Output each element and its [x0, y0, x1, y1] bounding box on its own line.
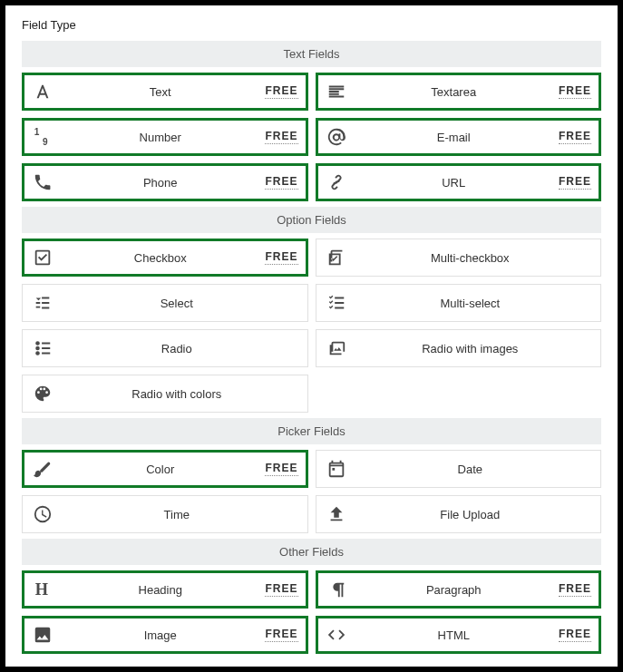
multi-select-icon: [324, 290, 349, 316]
field-option-label: Select: [55, 297, 298, 310]
free-badge: FREE: [265, 130, 297, 144]
section-grid-option-fields: CheckboxFREEMulti-checkboxSelectMulti-se…: [22, 239, 601, 413]
field-option-color[interactable]: ColorFREE: [22, 450, 308, 488]
paragraph-icon: [324, 577, 349, 602]
field-option-label: File Upload: [349, 508, 592, 521]
field-option-label: E-mail: [349, 131, 559, 144]
free-badge: FREE: [265, 250, 297, 265]
upload-icon: [324, 502, 349, 527]
free-badge: FREE: [265, 462, 297, 476]
field-option-label: Phone: [55, 176, 265, 190]
calendar-icon: [324, 456, 349, 482]
field-option-multi-checkbox[interactable]: Multi-checkbox: [316, 239, 602, 277]
field-option-email[interactable]: E-mailFREE: [316, 118, 602, 156]
heading-icon: [30, 577, 55, 602]
free-badge: FREE: [559, 130, 591, 144]
field-option-label: Multi-checkbox: [349, 251, 592, 265]
field-option-radio[interactable]: Radio: [22, 329, 308, 367]
clock-icon: [30, 502, 55, 527]
field-option-label: Color: [55, 463, 265, 476]
free-badge: FREE: [559, 175, 591, 190]
section-grid-picker-fields: ColorFREEDateTimeFile Upload: [22, 450, 601, 533]
field-option-textarea[interactable]: TextareaFREE: [316, 73, 602, 111]
field-option-label: Heading: [55, 583, 265, 597]
field-option-time[interactable]: Time: [22, 495, 308, 533]
radio-icon: [30, 336, 55, 361]
field-option-label: Time: [55, 508, 298, 521]
field-option-select[interactable]: Select: [22, 284, 308, 322]
field-option-number[interactable]: NumberFREE: [22, 118, 308, 156]
field-type-title: Field Type: [22, 18, 601, 32]
field-option-label: Number: [55, 131, 265, 144]
field-option-multi-select[interactable]: Multi-select: [316, 284, 602, 322]
field-option-label: Checkbox: [55, 251, 265, 265]
section-header-option-fields: Option Fields: [22, 207, 601, 233]
field-option-label: Radio: [55, 342, 298, 355]
section-grid-text-fields: TextFREETextareaFREENumberFREEE-mailFREE…: [22, 73, 601, 201]
field-option-radio-images[interactable]: Radio with images: [316, 329, 602, 367]
multi-checkbox-icon: [324, 245, 349, 270]
link-icon: [324, 170, 349, 195]
field-option-file-upload[interactable]: File Upload: [316, 495, 602, 533]
field-option-label: Radio with colors: [55, 387, 298, 401]
field-option-text[interactable]: TextFREE: [22, 73, 308, 111]
field-option-image[interactable]: ImageFREE: [22, 616, 308, 654]
field-option-radio-colors[interactable]: Radio with colors: [22, 375, 308, 413]
field-option-label: Textarea: [349, 85, 559, 99]
phone-icon: [30, 170, 55, 195]
section-header-picker-fields: Picker Fields: [22, 418, 601, 444]
field-option-label: Date: [349, 463, 592, 476]
free-badge: FREE: [559, 628, 591, 642]
field-option-date[interactable]: Date: [316, 450, 602, 488]
section-header-text-fields: Text Fields: [22, 41, 601, 67]
free-badge: FREE: [265, 175, 297, 190]
free-badge: FREE: [559, 84, 591, 99]
field-option-html[interactable]: HTMLFREE: [316, 616, 602, 654]
checkbox-icon: [30, 245, 55, 270]
section-grid-other-fields: HeadingFREEParagraphFREEImageFREEHTMLFRE…: [22, 570, 601, 654]
field-option-checkbox[interactable]: CheckboxFREE: [22, 239, 308, 277]
field-option-label: URL: [349, 176, 559, 190]
field-option-heading[interactable]: HeadingFREE: [22, 570, 308, 609]
code-icon: [324, 622, 349, 648]
field-option-url[interactable]: URLFREE: [316, 163, 602, 201]
free-badge: FREE: [265, 84, 297, 99]
free-badge: FREE: [265, 628, 297, 642]
field-option-label: Paragraph: [349, 583, 559, 597]
section-header-other-fields: Other Fields: [22, 539, 601, 565]
field-option-paragraph[interactable]: ParagraphFREE: [316, 570, 602, 609]
brush-icon: [30, 456, 55, 482]
field-option-label: Image: [55, 628, 265, 642]
image-icon: [30, 622, 55, 648]
free-badge: FREE: [265, 582, 297, 597]
field-option-label: Multi-select: [349, 297, 592, 310]
font-icon: [30, 79, 55, 104]
image-group-icon: [324, 336, 349, 361]
at-icon: [324, 124, 349, 150]
align-left-icon: [324, 79, 349, 104]
select-icon: [30, 290, 55, 316]
palette-icon: [30, 381, 55, 406]
number-icon: [30, 124, 55, 150]
field-option-phone[interactable]: PhoneFREE: [22, 163, 308, 201]
field-option-label: Radio with images: [349, 342, 592, 355]
field-option-label: Text: [55, 85, 265, 99]
field-option-label: HTML: [349, 628, 559, 642]
free-badge: FREE: [559, 582, 591, 597]
